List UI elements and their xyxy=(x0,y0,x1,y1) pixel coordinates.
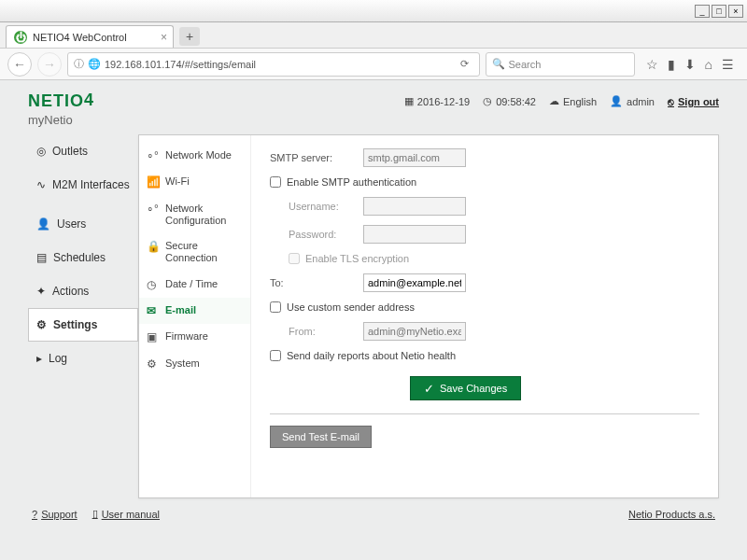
user-icon: 👤 xyxy=(610,95,623,107)
search-placeholder: Search xyxy=(509,59,542,70)
new-tab-button[interactable]: + xyxy=(179,27,200,46)
settings-subnav: ∘°Network Mode 📶Wi-Fi ∘°Network Configur… xyxy=(139,135,251,497)
send-test-button[interactable]: Send Test E-mail xyxy=(270,426,372,448)
nav-m2m[interactable]: ∿M2M Interfaces xyxy=(28,168,138,202)
doc-icon: ▯ xyxy=(92,508,98,520)
reload-icon[interactable]: ⟳ xyxy=(457,58,473,70)
daily-reports-checkbox[interactable] xyxy=(270,350,281,361)
schedule-icon: ▤ xyxy=(36,251,47,264)
browser-window: _ □ × ⏻ NETIO4 WebControl × + ← → ⓘ 🌐 19… xyxy=(0,0,747,560)
page-header: NETIO4 ▦2016-12-19 ◷09:58:42 ☁English 👤a… xyxy=(28,91,719,111)
browser-tabstrip: ⏻ NETIO4 WebControl × + xyxy=(0,22,747,49)
wand-icon: ✦ xyxy=(36,285,46,298)
wifi-icon: 📶 xyxy=(147,175,160,189)
nav-users[interactable]: 👤Users xyxy=(28,207,138,241)
enable-tls-label: Enable TLS encryption xyxy=(305,253,409,264)
daily-reports-label: Send daily reports about Netio health xyxy=(287,350,456,361)
header-language[interactable]: ☁English xyxy=(549,95,597,107)
log-icon: ▸ xyxy=(36,352,42,365)
home-icon[interactable]: ⌂ xyxy=(705,57,712,72)
subnav-network-config[interactable]: ∘°Network Configuration xyxy=(139,196,250,233)
person-icon: 👤 xyxy=(36,217,50,231)
settings-panel: ∘°Network Mode 📶Wi-Fi ∘°Network Configur… xyxy=(138,134,719,498)
from-label: From: xyxy=(270,326,363,337)
gear-icon: ⚙ xyxy=(36,318,47,331)
divider xyxy=(270,413,699,414)
enable-auth-label: Enable SMTP authentication xyxy=(287,176,416,188)
smtp-server-input[interactable] xyxy=(363,148,466,167)
window-minimize-button[interactable]: _ xyxy=(695,5,710,18)
signout-link[interactable]: ⎋Sign out xyxy=(668,96,719,107)
nav-settings[interactable]: ⚙Settings xyxy=(28,308,138,342)
main-nav: ◎Outlets ∿M2M Interfaces 👤Users ▤Schedul… xyxy=(28,134,138,498)
browser-tab[interactable]: ⏻ NETIO4 WebControl × xyxy=(6,25,174,48)
system-icon: ⚙ xyxy=(147,357,160,371)
power-icon: ⏻ xyxy=(14,31,27,44)
browser-toolbar: ← → ⓘ 🌐 192.168.101.174/#/settings/email… xyxy=(0,49,747,80)
check-icon: ✓ xyxy=(424,382,434,396)
support-link[interactable]: ?Support xyxy=(32,508,78,520)
password-input[interactable] xyxy=(363,225,466,244)
smtp-server-label: SMTP server: xyxy=(270,152,363,163)
bookmark-icon[interactable]: ☆ xyxy=(646,57,658,72)
lock-icon: 🔒 xyxy=(147,240,160,253)
nav-outlets[interactable]: ◎Outlets xyxy=(28,134,138,168)
company-link[interactable]: Netio Products a.s. xyxy=(628,509,715,520)
toolbar-icons: ☆ ▮ ⬇ ⌂ ☰ xyxy=(641,57,740,72)
username-input[interactable] xyxy=(363,197,466,216)
network-icon: ∘° xyxy=(147,203,160,216)
enable-tls-checkbox[interactable] xyxy=(289,253,300,264)
subnav-email[interactable]: ✉E-mail xyxy=(139,298,250,324)
calendar-icon: ▦ xyxy=(404,95,414,107)
subnav-secure[interactable]: 🔒Secure Connection xyxy=(139,233,250,271)
url-bar[interactable]: ⓘ 🌐 192.168.101.174/#/settings/email ⟳ xyxy=(67,52,480,77)
nav-schedules[interactable]: ▤Schedules xyxy=(28,241,138,274)
chip-icon: ▣ xyxy=(147,330,160,343)
exit-icon: ⎋ xyxy=(668,96,674,107)
back-button[interactable]: ← xyxy=(7,52,32,77)
search-icon: 🔍 xyxy=(492,58,505,70)
nav-log[interactable]: ▸Log xyxy=(28,342,138,375)
search-bar[interactable]: 🔍 Search xyxy=(486,52,635,77)
subnav-system[interactable]: ⚙System xyxy=(139,351,250,377)
help-icon: ? xyxy=(32,509,37,520)
header-time: ◷09:58:42 xyxy=(483,95,536,107)
pocket-icon[interactable]: ▮ xyxy=(668,57,675,72)
subnav-wifi[interactable]: 📶Wi-Fi xyxy=(139,169,250,195)
subnav-network-mode[interactable]: ∘°Network Mode xyxy=(139,143,250,169)
window-close-button[interactable]: × xyxy=(728,5,743,18)
link-icon: ∿ xyxy=(36,178,46,191)
to-label: To: xyxy=(270,277,363,288)
custom-sender-label: Use custom sender address xyxy=(287,301,415,313)
enable-auth-checkbox[interactable] xyxy=(270,176,281,188)
url-text: 192.168.101.174/#/settings/email xyxy=(105,59,256,70)
page-content: NETIO4 ▦2016-12-19 ◷09:58:42 ☁English 👤a… xyxy=(0,80,747,560)
footer: ?Support ▯User manual Netio Products a.s… xyxy=(28,498,719,529)
menu-icon[interactable]: ☰ xyxy=(722,57,734,72)
info-icon: ⓘ xyxy=(74,57,84,71)
tab-close-icon[interactable]: × xyxy=(161,31,167,44)
header-user[interactable]: 👤admin xyxy=(610,95,655,107)
email-form: SMTP server: Enable SMTP authentication … xyxy=(251,135,718,497)
to-input[interactable] xyxy=(363,273,466,292)
downloads-icon[interactable]: ⬇ xyxy=(684,57,696,72)
nodes-icon: ∘° xyxy=(147,149,160,162)
subnav-firmware[interactable]: ▣Firmware xyxy=(139,324,250,350)
save-button[interactable]: ✓ Save Changes xyxy=(410,376,521,400)
clock-icon: ◷ xyxy=(483,95,492,107)
nav-actions[interactable]: ✦Actions xyxy=(28,274,138,308)
tab-title: NETIO4 WebControl xyxy=(33,32,127,43)
globe-icon: 🌐 xyxy=(88,58,101,70)
speech-icon: ☁ xyxy=(549,95,559,107)
subnav-datetime[interactable]: ◷Date / Time xyxy=(139,272,250,298)
mail-icon: ✉ xyxy=(147,304,160,317)
from-input[interactable] xyxy=(363,322,466,341)
window-maximize-button[interactable]: □ xyxy=(712,5,726,18)
manual-link[interactable]: ▯User manual xyxy=(92,508,160,520)
header-date: ▦2016-12-19 xyxy=(404,95,470,107)
forward-button[interactable]: → xyxy=(37,52,62,77)
password-label: Password: xyxy=(270,229,363,240)
clock-icon: ◷ xyxy=(147,278,160,291)
username-label: Username: xyxy=(270,201,363,212)
custom-sender-checkbox[interactable] xyxy=(270,301,281,313)
